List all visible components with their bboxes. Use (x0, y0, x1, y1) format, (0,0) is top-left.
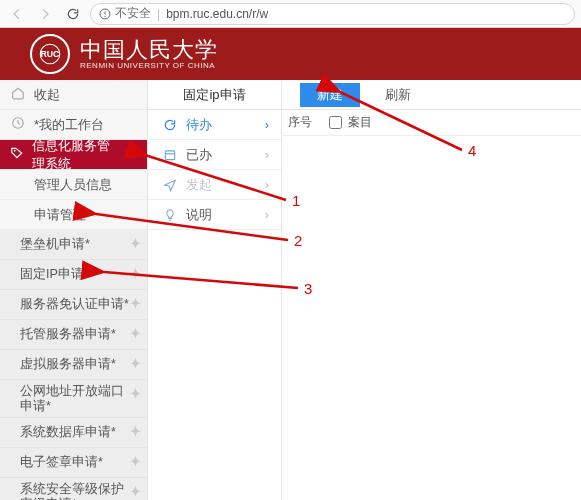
svg-point-6 (14, 150, 16, 152)
svg-rect-7 (165, 150, 174, 159)
calendar-icon (162, 148, 178, 162)
sidebar-workspace[interactable]: *我的工作台 (0, 110, 147, 140)
banner-title-cn: 中国人民大学 (80, 38, 218, 62)
plus-icon: ✦ (130, 386, 141, 402)
refresh-icon (162, 118, 178, 132)
task-filter-panel: 固定ip申请 待办 › 已办 › (148, 80, 282, 500)
banner-title-en: RENMIN UNIVERSITY OF CHINA (80, 62, 218, 71)
chevron-right-icon: › (265, 177, 269, 192)
insecure-badge: 不安全 (99, 5, 151, 22)
address-bar[interactable]: 不安全 | bpm.ruc.edu.cn/r/w (90, 3, 575, 25)
svg-point-2 (104, 15, 105, 16)
sidebar-item-hosted[interactable]: 托管服务器申请*✦ (0, 320, 147, 350)
sidebar-item-db[interactable]: 系统数据库申请*✦ (0, 418, 147, 448)
sidebar-it-service-label: 信息化服务管理系统 (32, 137, 117, 173)
new-button[interactable]: 新建 (300, 83, 360, 107)
toolbar: 新建 刷新 (282, 80, 581, 110)
filter-pending[interactable]: 待办 › (148, 110, 281, 140)
plus-icon: ✦ (130, 424, 141, 439)
forward-button[interactable] (34, 3, 56, 25)
sidebar-item-fixed-ip[interactable]: 固定IP申请*✦ (0, 260, 147, 290)
sidebar-item-esign[interactable]: 电子签章申请*✦ (0, 448, 147, 478)
sidebar-item-vm[interactable]: 虚拟服务器申请*✦ (0, 350, 147, 380)
table-header: 序号 案目 (282, 110, 581, 136)
col-seq: 序号 (282, 114, 322, 131)
banner: RUC 中国人民大学 RENMIN UNIVERSITY OF CHINA (0, 28, 581, 80)
back-button[interactable] (6, 3, 28, 25)
sidebar: 收起 *我的工作台 信息化服务管理系统 管理人员信息 申请管理 堡垒机申请 (0, 80, 148, 500)
plus-icon: ✦ (130, 236, 141, 251)
filter-sent[interactable]: 发起 › (148, 170, 281, 200)
sidebar-collapse-label: 收起 (34, 86, 60, 104)
sidebar-workspace-label: *我的工作台 (34, 116, 104, 134)
select-all-checkbox[interactable] (329, 116, 342, 129)
sidebar-apply-mgmt-label: 申请管理 (34, 206, 86, 224)
chevron-right-icon: › (265, 147, 269, 162)
sidebar-item-bastion[interactable]: 堡垒机申请*✦ (0, 230, 147, 260)
refresh-button[interactable]: 刷新 (368, 83, 428, 107)
chevron-right-icon: › (265, 117, 269, 132)
browser-toolbar: 不安全 | bpm.ruc.edu.cn/r/w (0, 0, 581, 28)
sidebar-it-service[interactable]: 信息化服务管理系统 (0, 140, 147, 170)
send-icon (162, 178, 178, 192)
filter-done[interactable]: 已办 › (148, 140, 281, 170)
sidebar-item-security-level[interactable]: 系统安全等级保护定级申请*✦ (0, 478, 147, 500)
home-icon (10, 86, 26, 103)
sidebar-item-public-port[interactable]: 公网地址开放端口申请*✦ (0, 380, 147, 418)
sidebar-admin-info-label: 管理人员信息 (34, 176, 112, 194)
url-text: bpm.ruc.edu.cn/r/w (166, 7, 268, 21)
col-case: 案目 (348, 114, 581, 131)
plus-icon: ✦ (130, 484, 141, 500)
plus-icon: ✦ (130, 296, 141, 311)
plus-icon: ✦ (130, 266, 141, 281)
plus-icon: ✦ (130, 326, 141, 341)
plus-icon: ✦ (130, 454, 141, 469)
col-checkbox[interactable] (322, 116, 348, 129)
sidebar-admin-info[interactable]: 管理人员信息 (0, 170, 147, 200)
lightbulb-icon (162, 208, 178, 222)
content-panel: 新建 刷新 序号 案目 (282, 80, 581, 500)
insecure-label: 不安全 (115, 5, 151, 22)
chevron-right-icon: › (265, 207, 269, 222)
sidebar-item-noauth[interactable]: 服务器免认证申请*✦ (0, 290, 147, 320)
university-crest-icon: RUC (30, 34, 70, 74)
clock-icon (10, 116, 26, 133)
sidebar-submenu: 堡垒机申请*✦ 固定IP申请*✦ 服务器免认证申请*✦ 托管服务器申请*✦ 虚拟… (0, 230, 147, 500)
task-title: 固定ip申请 (148, 80, 281, 110)
reload-button[interactable] (62, 3, 84, 25)
filter-help[interactable]: 说明 › (148, 200, 281, 230)
plus-icon: ✦ (130, 356, 141, 371)
svg-text:RUC: RUC (41, 49, 61, 59)
sidebar-collapse[interactable]: 收起 (0, 80, 147, 110)
sidebar-apply-mgmt[interactable]: 申请管理 (0, 200, 147, 230)
tag-icon (10, 146, 24, 163)
chevron-down-icon (125, 147, 137, 162)
